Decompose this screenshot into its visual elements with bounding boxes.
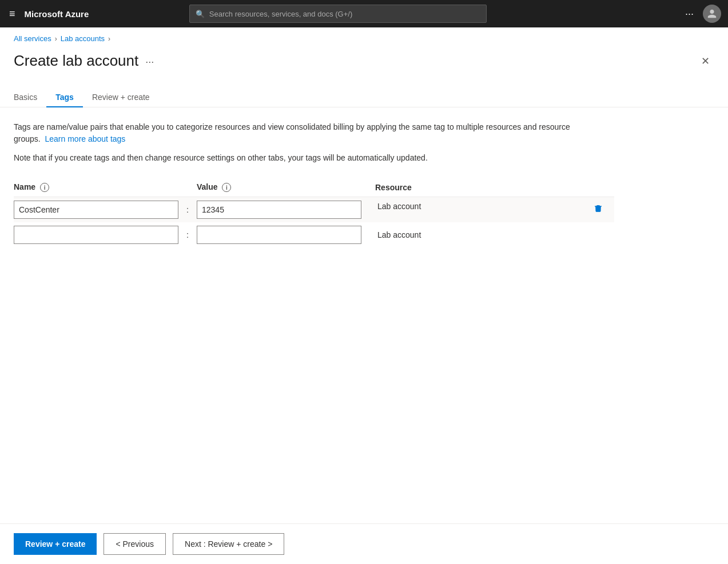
search-input[interactable]	[209, 10, 480, 18]
tags-table: Name i Value i Resource :	[14, 178, 614, 247]
col-header-name: Name i	[14, 178, 185, 197]
breadcrumb-sep-1: ›	[55, 35, 57, 43]
description-text: Tags are name/value pairs that enable yo…	[14, 121, 574, 145]
tab-review-create[interactable]: Review + create	[83, 88, 159, 107]
tag-value-input-1[interactable]	[197, 201, 361, 219]
table-row: : Lab account	[14, 222, 614, 247]
tab-basics[interactable]: Basics	[14, 88, 46, 107]
tabs-container: Basics Tags Review + create	[0, 74, 728, 107]
breadcrumb-all-services[interactable]: All services	[14, 34, 51, 43]
note-text: Note that if you create tags and then ch…	[14, 152, 574, 164]
value-info-icon[interactable]: i	[222, 183, 231, 192]
hamburger-icon[interactable]: ≡	[7, 6, 18, 22]
tag-value-input-2[interactable]	[197, 226, 361, 244]
page-header: Create lab account ··· ✕	[0, 43, 728, 70]
col-header-resource: Resource	[368, 178, 614, 197]
col-header-value: Value i	[197, 178, 368, 197]
tag-name-cell-1	[14, 197, 185, 223]
delete-tag-button-1[interactable]	[589, 202, 607, 218]
tag-resource-cell-2: Lab account	[368, 222, 614, 247]
page-header-dots-icon[interactable]: ···	[145, 56, 154, 68]
colon-separator-2: :	[185, 222, 197, 247]
name-info-icon[interactable]: i	[40, 183, 49, 192]
tab-tags[interactable]: Tags	[46, 88, 83, 107]
tag-value-cell-1	[197, 197, 368, 223]
settings-dots-icon[interactable]: ···	[681, 6, 698, 22]
tag-name-input-1[interactable]	[14, 201, 178, 219]
page-title: Create lab account	[14, 52, 138, 70]
brand-name: Microsoft Azure	[25, 9, 89, 19]
topbar: ≡ Microsoft Azure 🔍 ···	[0, 0, 728, 27]
tag-value-cell-2	[197, 222, 368, 247]
search-bar: 🔍	[189, 5, 487, 23]
breadcrumb-sep-2: ›	[108, 35, 110, 43]
table-row: : Lab account	[14, 197, 614, 223]
resource-label-1: Lab account	[368, 202, 421, 211]
breadcrumb: All services › Lab accounts ›	[0, 27, 728, 43]
close-button[interactable]: ✕	[697, 53, 714, 70]
col-header-colon	[185, 178, 197, 197]
resource-label-2: Lab account	[368, 230, 421, 239]
topbar-right: ···	[681, 5, 721, 23]
learn-more-link[interactable]: Learn more about tags	[45, 134, 125, 143]
tag-name-input-2[interactable]	[14, 226, 178, 244]
colon-separator-1: :	[185, 197, 197, 223]
tag-name-cell-2	[14, 222, 185, 247]
user-avatar[interactable]	[703, 5, 721, 23]
content-area: Tags are name/value pairs that enable yo…	[0, 107, 728, 305]
search-icon: 🔍	[196, 10, 205, 18]
tag-resource-cell-1: Lab account	[368, 197, 614, 223]
breadcrumb-lab-accounts[interactable]: Lab accounts	[61, 34, 105, 43]
